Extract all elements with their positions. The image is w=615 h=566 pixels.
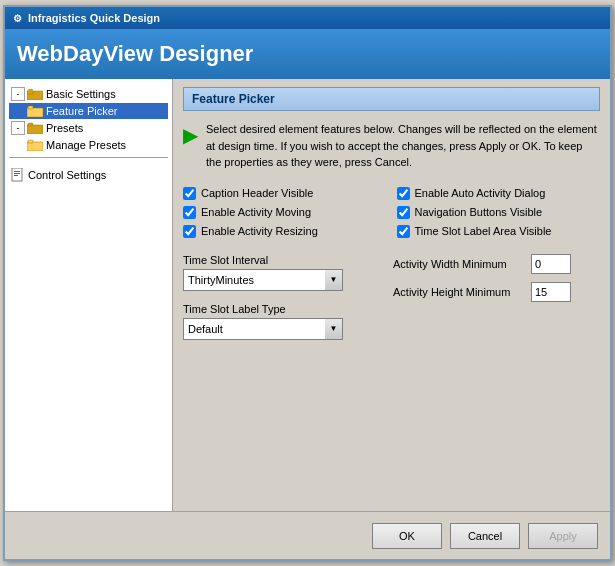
time-slot-interval-label: Time Slot Interval bbox=[183, 254, 373, 266]
apply-button[interactable]: Apply bbox=[528, 523, 598, 549]
checkbox-label-moving: Enable Activity Moving bbox=[201, 206, 311, 218]
main-window: ⚙ Infragistics Quick Design WebDayView D… bbox=[3, 5, 612, 561]
play-icon: ▶ bbox=[183, 123, 198, 147]
activity-width-input[interactable] bbox=[531, 254, 571, 274]
checkbox-row-moving: Enable Activity Moving bbox=[183, 206, 387, 219]
folder-icon-feature-picker bbox=[27, 105, 43, 117]
checkbox-label-caption: Caption Header Visible bbox=[201, 187, 313, 199]
checkbox-label-auto: Enable Auto Activity Dialog bbox=[415, 187, 546, 199]
folder-icon-presets bbox=[27, 122, 43, 134]
panel-title: Feature Picker bbox=[183, 87, 600, 111]
right-settings: Activity Width Minimum Activity Height M… bbox=[393, 254, 600, 310]
svg-rect-4 bbox=[28, 106, 33, 109]
left-settings: Time Slot Interval ThirtyMinutes Fifteen… bbox=[183, 254, 373, 352]
sidebar-item-basic-settings[interactable]: - Basic Settings bbox=[9, 85, 168, 103]
time-slot-interval-wrapper: ThirtyMinutes FifteenMinutes SixtyMinute… bbox=[183, 269, 343, 291]
checkbox-row-time-slot-label: Time Slot Label Area Visible bbox=[397, 225, 601, 238]
time-slot-interval-select[interactable]: ThirtyMinutes FifteenMinutes SixtyMinute… bbox=[183, 269, 343, 291]
svg-rect-8 bbox=[28, 140, 33, 143]
time-slot-label-type-select[interactable]: Default Custom bbox=[183, 318, 343, 340]
checkbox-label-resizing: Enable Activity Resizing bbox=[201, 225, 318, 237]
footer: OK Cancel Apply bbox=[5, 511, 610, 559]
presets-label: Presets bbox=[46, 122, 83, 134]
svg-rect-9 bbox=[12, 168, 22, 181]
checkbox-row-caption: Caption Header Visible bbox=[183, 187, 387, 200]
time-slot-label-type-wrapper: Default Custom ▼ bbox=[183, 318, 343, 340]
ok-button[interactable]: OK bbox=[372, 523, 442, 549]
checkbox-label-nav: Navigation Buttons Visible bbox=[415, 206, 543, 218]
toggle-presets[interactable]: - bbox=[11, 121, 25, 135]
app-title: WebDayView Designer bbox=[17, 41, 253, 67]
manage-presets-label: Manage Presets bbox=[46, 139, 126, 151]
checkbox-enable-moving[interactable] bbox=[183, 206, 196, 219]
checkbox-time-slot-label[interactable] bbox=[397, 225, 410, 238]
activity-height-label: Activity Height Minimum bbox=[393, 286, 523, 298]
folder-icon-basic-settings bbox=[27, 88, 43, 100]
checkbox-nav-buttons[interactable] bbox=[397, 206, 410, 219]
sidebar: - Basic Settings bbox=[5, 79, 173, 511]
activity-height-input[interactable] bbox=[531, 282, 571, 302]
checkbox-enable-auto[interactable] bbox=[397, 187, 410, 200]
control-settings-label: Control Settings bbox=[28, 169, 106, 181]
settings-row: Time Slot Interval ThirtyMinutes Fifteen… bbox=[183, 254, 600, 352]
toggle-basic-settings[interactable]: - bbox=[11, 87, 25, 101]
checkbox-row-nav-buttons: Navigation Buttons Visible bbox=[397, 206, 601, 219]
info-box: ▶ Select desired element features below.… bbox=[183, 121, 600, 171]
svg-rect-7 bbox=[27, 142, 43, 151]
activity-height-row: Activity Height Minimum bbox=[393, 282, 600, 302]
app-title-bar: WebDayView Designer bbox=[5, 29, 610, 79]
feature-picker-label: Feature Picker bbox=[46, 105, 118, 117]
sidebar-divider bbox=[9, 157, 168, 158]
feature-panel: Feature Picker ▶ Select desired element … bbox=[173, 79, 610, 511]
svg-rect-2 bbox=[28, 89, 33, 92]
checkbox-enable-resizing[interactable] bbox=[183, 225, 196, 238]
checkbox-row-resizing: Enable Activity Resizing bbox=[183, 225, 387, 238]
doc-icon-control-settings bbox=[11, 168, 25, 182]
svg-rect-5 bbox=[27, 125, 43, 134]
activity-width-label: Activity Width Minimum bbox=[393, 258, 523, 270]
sidebar-item-control-settings[interactable]: Control Settings bbox=[9, 166, 168, 184]
main-content: - Basic Settings bbox=[5, 79, 610, 511]
title-bar-label: Infragistics Quick Design bbox=[28, 12, 160, 24]
basic-settings-label: Basic Settings bbox=[46, 88, 116, 100]
svg-rect-10 bbox=[14, 171, 20, 172]
cancel-button[interactable]: Cancel bbox=[450, 523, 520, 549]
sidebar-item-feature-picker[interactable]: Feature Picker bbox=[9, 103, 168, 119]
app-icon: ⚙ bbox=[13, 13, 22, 24]
activity-width-row: Activity Width Minimum bbox=[393, 254, 600, 274]
svg-rect-11 bbox=[14, 173, 20, 174]
checkbox-row-auto-activity: Enable Auto Activity Dialog bbox=[397, 187, 601, 200]
checkbox-caption-header[interactable] bbox=[183, 187, 196, 200]
svg-rect-3 bbox=[27, 108, 43, 117]
svg-rect-6 bbox=[28, 123, 33, 126]
svg-rect-12 bbox=[14, 175, 18, 176]
sidebar-item-presets[interactable]: - Presets bbox=[9, 119, 168, 137]
checkbox-label-time-slot: Time Slot Label Area Visible bbox=[415, 225, 552, 237]
checkboxes-grid: Caption Header Visible Enable Auto Activ… bbox=[183, 187, 600, 238]
time-slot-label-type-label: Time Slot Label Type bbox=[183, 303, 373, 315]
folder-icon-manage-presets bbox=[27, 139, 43, 151]
title-bar: ⚙ Infragistics Quick Design bbox=[5, 7, 610, 29]
sidebar-item-manage-presets[interactable]: Manage Presets bbox=[9, 137, 168, 153]
info-text: Select desired element features below. C… bbox=[206, 121, 600, 171]
